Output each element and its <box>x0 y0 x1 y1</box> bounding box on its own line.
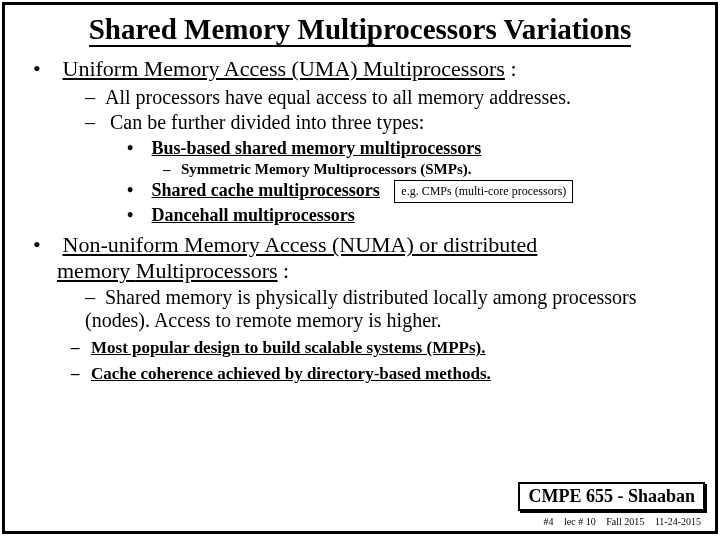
numa-head-b2: Multiprocessors <box>136 258 278 283</box>
slide-frame: Shared Memory Multiprocessors Variations… <box>2 2 718 534</box>
numa-sublist: Shared memory is physically distributed … <box>85 286 701 332</box>
type-dancehall-text: Dancehall multiprocessors <box>152 205 355 225</box>
title-text: Shared Memory Multiprocessors Variations <box>89 13 632 47</box>
numa-sub-3-text: Cache coherence achieved by directory-ba… <box>91 364 491 383</box>
footer-lec: lec # 10 <box>564 516 596 527</box>
footer-course: CMPE 655 - Shaaban <box>528 486 695 506</box>
uma-types: Bus-based shared memory multiprocessors … <box>127 138 701 226</box>
type-bus-text: Bus-based shared memory multiprocessors <box>152 138 482 158</box>
shared-callout: e.g. CMPs (multi-core processors) <box>394 180 573 203</box>
numa-sub-1: Shared memory is physically distributed … <box>85 286 701 332</box>
footer-meta: #4 lec # 10 Fall 2015 11-24-2015 <box>535 516 701 527</box>
numa-sub-2-text: Most popular design to build scalable sy… <box>91 338 486 357</box>
type-bus-smp: Symmetric Memory Multiprocessors (SMPs). <box>163 161 701 178</box>
type-dancehall: Dancehall multiprocessors <box>127 205 701 226</box>
uma-heading: Uniform Memory Access (UMA) Multiprocess… <box>63 56 505 81</box>
type-shared-text: Shared cache multiprocessors <box>152 180 380 200</box>
content-list: Uniform Memory Access (UMA) Multiprocess… <box>33 56 701 384</box>
slide-title: Shared Memory Multiprocessors Variations <box>19 13 701 46</box>
numa-sub-2: Most popular design to build scalable sy… <box>71 338 701 358</box>
uma-sub-2: Can be further divided into three types:… <box>85 111 701 226</box>
footer-course-box: CMPE 655 - Shaaban <box>518 482 705 511</box>
type-bus-sub: Symmetric Memory Multiprocessors (SMPs). <box>163 161 701 178</box>
uma-tail: : <box>505 56 517 81</box>
numa-head-b3: : <box>278 258 290 283</box>
numa-head-b1: memory <box>57 258 136 283</box>
numa-sub-3: Cache coherence achieved by directory-ba… <box>71 364 701 384</box>
footer-term: Fall 2015 <box>606 516 644 527</box>
numa-sublist-b: Most popular design to build scalable sy… <box>71 338 701 384</box>
bullet-uma: Uniform Memory Access (UMA) Multiprocess… <box>33 56 701 226</box>
footer-date: 11-24-2015 <box>655 516 701 527</box>
type-bus: Bus-based shared memory multiprocessors … <box>127 138 701 178</box>
type-shared: Shared cache multiprocessors e.g. CMPs (… <box>127 180 701 203</box>
footer-page: #4 <box>543 516 553 527</box>
bullet-numa: Non-uniform Memory Access (NUMA) or dist… <box>33 232 701 384</box>
uma-sub-2-text: Can be further divided into three types: <box>110 111 424 133</box>
uma-sublist: All processors have equal access to all … <box>85 86 701 226</box>
uma-sub-1: All processors have equal access to all … <box>85 86 701 109</box>
numa-head-a: Non-uniform Memory Access (NUMA) or dist… <box>63 232 538 257</box>
